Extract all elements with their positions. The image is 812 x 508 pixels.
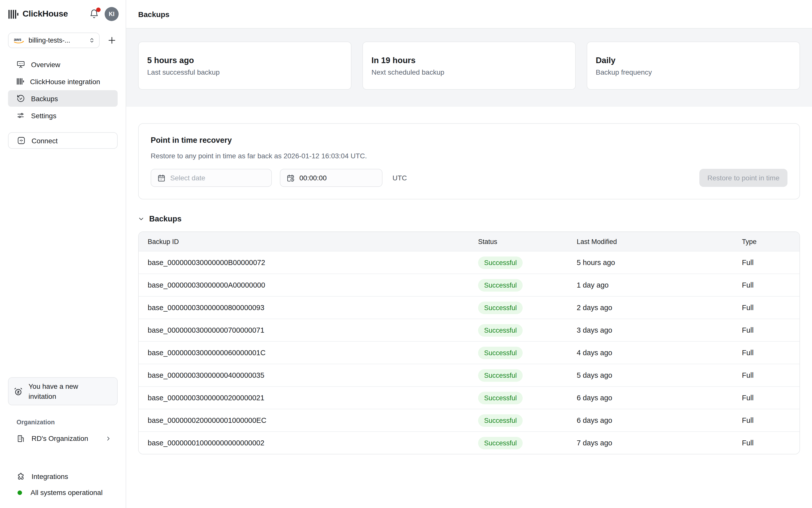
card-value: In 19 hours xyxy=(372,55,567,65)
organization-switcher[interactable]: RD's Organization xyxy=(8,430,117,447)
system-status-text: All systems operational xyxy=(31,489,103,497)
sidebar-footer: You have a new invitation Organization xyxy=(0,377,126,508)
backup-type: Full xyxy=(742,439,800,447)
backup-type: Full xyxy=(742,258,800,266)
connect-label: Connect xyxy=(32,136,58,144)
table-row[interactable]: base_000000030000000B00000072 Successful… xyxy=(139,251,800,273)
organization-section-label: Organization xyxy=(8,419,117,426)
backup-type: Full xyxy=(742,326,800,334)
last-modified: 2 days ago xyxy=(577,304,742,311)
column-header-type: Type xyxy=(742,238,800,245)
sliders-icon xyxy=(16,111,25,120)
pitr-controls: Select date 00:00:00 xyxy=(151,169,787,187)
date-picker-input[interactable]: Select date xyxy=(151,169,272,187)
table-row[interactable]: base_000000010000000000000002 Successful… xyxy=(139,431,800,454)
backups-section-toggle[interactable]: Backups xyxy=(138,214,800,223)
last-modified: 6 days ago xyxy=(577,394,742,402)
notifications-button[interactable] xyxy=(89,8,100,19)
status-badge: Successful xyxy=(478,369,523,381)
backup-id: base_000000030000000700000071 xyxy=(148,326,478,334)
backup-id: base_000000030000000800000093 xyxy=(148,304,478,311)
backup-id: base_000000010000000000000002 xyxy=(148,439,478,447)
backup-id: base_000000030000000400000035 xyxy=(148,371,478,379)
last-modified: 7 days ago xyxy=(577,439,742,447)
table-row[interactable]: base_00000003000000060000001C Successful… xyxy=(139,341,800,364)
sidebar-item-overview[interactable]: Overview xyxy=(8,56,117,73)
table-row[interactable]: base_000000030000000400000035 Successful… xyxy=(139,364,800,386)
backups-table: Backup ID Status Last Modified Type base… xyxy=(138,231,800,454)
sidebar-header: ClickHouse KI xyxy=(0,0,126,28)
status-badge: Successful xyxy=(478,301,523,314)
service-dropdown-value: billing-tests-... xyxy=(29,37,85,44)
time-value: 00:00:00 xyxy=(299,174,327,182)
add-service-button[interactable] xyxy=(106,34,117,46)
chevron-down-icon xyxy=(138,216,144,222)
calendar-icon xyxy=(157,174,166,182)
next-backup-card: In 19 hours Next scheduled backup xyxy=(363,42,576,90)
presentation-icon xyxy=(16,60,25,69)
organization-name: RD's Organization xyxy=(32,434,88,442)
backup-type: Full xyxy=(742,349,800,357)
status-badge: Successful xyxy=(478,256,523,269)
service-selector-row: aws billing-tests-... xyxy=(8,33,117,48)
last-modified: 3 days ago xyxy=(577,326,742,334)
last-backup-card: 5 hours ago Last successful backup xyxy=(138,42,351,90)
table-row[interactable]: base_000000030000000A00000000 Successful… xyxy=(139,273,800,296)
sidebar-nav: Overview ClickHouse integration xyxy=(8,56,117,124)
backup-type: Full xyxy=(742,394,800,402)
pitr-description: Restore to any point in time as far back… xyxy=(151,152,787,160)
page-content: Point in time recovery Restore to any po… xyxy=(126,107,812,454)
backup-type: Full xyxy=(742,304,800,311)
last-modified: 6 days ago xyxy=(577,416,742,424)
sidebar-footer-links: Integrations All systems operational xyxy=(8,470,117,499)
table-row[interactable]: base_0000000200000001000000EC Successful… xyxy=(139,409,800,431)
backup-id: base_00000003000000060000001C xyxy=(148,349,478,357)
timezone-label: UTC xyxy=(392,174,407,182)
invitation-text: You have a new invitation xyxy=(29,381,104,401)
sidebar-item-label: ClickHouse integration xyxy=(30,77,100,85)
backup-id: base_000000030000000200000021 xyxy=(148,394,478,402)
last-modified: 5 hours ago xyxy=(577,258,742,266)
sidebar-item-label: Overview xyxy=(31,60,60,69)
status-badge: Successful xyxy=(478,437,523,449)
table-row[interactable]: base_000000030000000200000021 Successful… xyxy=(139,386,800,409)
sidebar-item-settings[interactable]: Settings xyxy=(8,107,117,124)
system-status-link[interactable]: All systems operational xyxy=(8,486,117,499)
puzzle-icon xyxy=(16,472,25,481)
sidebar-item-label: Settings xyxy=(31,112,56,120)
connect-button[interactable]: Connect xyxy=(8,132,117,149)
status-badge: Successful xyxy=(478,346,523,359)
backup-type: Full xyxy=(742,281,800,289)
invitation-banner[interactable]: You have a new invitation xyxy=(8,377,117,405)
card-label: Next scheduled backup xyxy=(372,68,567,76)
card-label: Last successful backup xyxy=(147,68,342,76)
restore-button[interactable]: Restore to point in time xyxy=(699,169,787,187)
table-header-row: Backup ID Status Last Modified Type xyxy=(139,232,800,251)
avatar[interactable]: KI xyxy=(105,7,118,21)
status-badge: Successful xyxy=(478,414,523,427)
last-modified: 5 days ago xyxy=(577,371,742,379)
sidebar-item-clickhouse-integration[interactable]: ClickHouse integration xyxy=(8,73,117,90)
building-icon xyxy=(16,434,25,442)
backup-type: Full xyxy=(742,416,800,424)
last-modified: 1 day ago xyxy=(577,281,742,289)
status-badge: Successful xyxy=(478,324,523,336)
calendar-clock-icon xyxy=(286,174,295,182)
time-picker-input[interactable]: 00:00:00 xyxy=(280,169,382,187)
point-in-time-recovery-card: Point in time recovery Restore to any po… xyxy=(138,123,800,199)
service-dropdown[interactable]: aws billing-tests-... xyxy=(8,33,100,48)
table-row[interactable]: base_000000030000000700000071 Successful… xyxy=(139,319,800,341)
chevron-updown-icon xyxy=(89,37,95,44)
table-row[interactable]: base_000000030000000800000093 Successful… xyxy=(139,296,800,319)
app-window: ClickHouse KI aws xyxy=(0,0,812,508)
wifi-square-icon xyxy=(17,136,26,145)
column-header-backup-id: Backup ID xyxy=(148,238,478,245)
main-area: Backups 5 hours ago Last successful back… xyxy=(126,0,812,508)
brand-name: ClickHouse xyxy=(22,9,68,19)
integrations-link[interactable]: Integrations xyxy=(8,470,117,483)
summary-cards-row: 5 hours ago Last successful backup In 19… xyxy=(126,29,812,107)
page-title: Backups xyxy=(138,10,170,18)
backup-id: base_000000030000000A00000000 xyxy=(148,281,478,289)
sidebar-item-backups[interactable]: Backups xyxy=(8,90,117,107)
page-header: Backups xyxy=(126,0,812,29)
